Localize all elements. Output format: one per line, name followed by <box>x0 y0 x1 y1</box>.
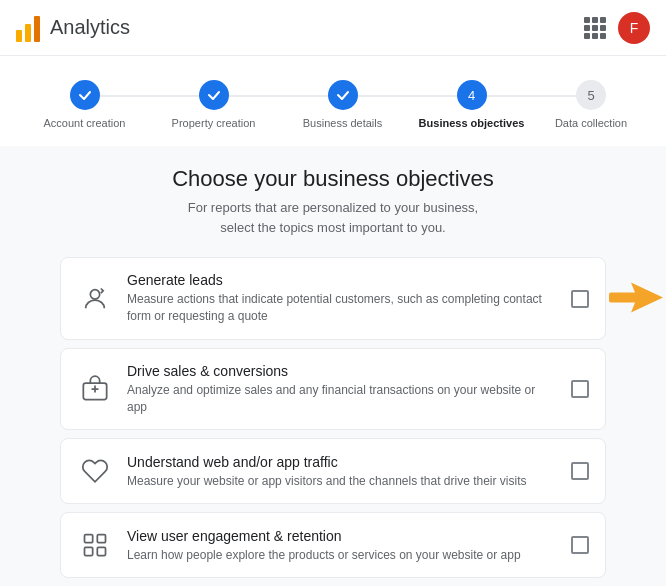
step-circle-4: 4 <box>457 80 487 110</box>
grid-dot <box>584 17 590 23</box>
analytics-logo <box>16 14 40 42</box>
objective-card-generate-leads[interactable]: Generate leads Measure actions that indi… <box>60 257 606 340</box>
step-data-collection: 5 Data collection <box>536 80 646 130</box>
app-title: Analytics <box>50 16 130 39</box>
drive-sales-checkbox[interactable] <box>571 380 589 398</box>
svg-rect-6 <box>97 548 105 556</box>
step-label-3: Business details <box>303 116 383 130</box>
svg-rect-4 <box>97 535 105 543</box>
step-circle-2 <box>199 80 229 110</box>
generate-leads-checkbox[interactable] <box>571 290 589 308</box>
objective-card-view-engagement[interactable]: View user engagement & retention Learn h… <box>60 512 606 578</box>
grid-dot <box>592 25 598 31</box>
grid-dot <box>600 25 606 31</box>
page-subtitle: For reports that are personalized to you… <box>60 198 606 237</box>
subtitle-line1: For reports that are personalized to you… <box>188 200 478 215</box>
svg-rect-1 <box>609 292 637 302</box>
svg-rect-5 <box>85 548 93 556</box>
generate-leads-text: Generate leads Measure actions that indi… <box>127 272 557 325</box>
header-left: Analytics <box>16 14 130 42</box>
step-circle-3 <box>328 80 358 110</box>
generate-leads-desc: Measure actions that indicate potential … <box>127 291 557 325</box>
grid-dot <box>592 33 598 39</box>
view-engagement-desc: Learn how people explore the products or… <box>127 547 557 564</box>
logo-bar3 <box>34 16 40 42</box>
apps-icon[interactable] <box>584 17 606 39</box>
step-label-5: Data collection <box>555 116 627 130</box>
drive-sales-icon <box>77 371 113 407</box>
arrow-icon <box>609 280 664 314</box>
step-business-details: Business details <box>278 80 407 130</box>
logo-bar1 <box>16 30 22 42</box>
understand-traffic-icon <box>77 453 113 489</box>
header: Analytics F <box>0 0 666 56</box>
generate-leads-title: Generate leads <box>127 272 557 288</box>
svg-rect-3 <box>85 535 93 543</box>
arrow-pointer <box>609 280 664 317</box>
grid-dot <box>584 33 590 39</box>
generate-leads-icon <box>77 281 113 317</box>
header-right: F <box>584 12 650 44</box>
drive-sales-title: Drive sales & conversions <box>127 363 557 379</box>
drive-sales-text: Drive sales & conversions Analyze and op… <box>127 363 557 416</box>
step-business-objectives: 4 Business objectives <box>407 80 536 130</box>
step-label-2: Property creation <box>172 116 256 130</box>
understand-traffic-text: Understand web and/or app traffic Measur… <box>127 454 557 490</box>
step-label-1: Account creation <box>44 116 126 130</box>
understand-traffic-checkbox[interactable] <box>571 462 589 480</box>
understand-traffic-title: Understand web and/or app traffic <box>127 454 557 470</box>
objective-card-drive-sales[interactable]: Drive sales & conversions Analyze and op… <box>60 348 606 431</box>
view-engagement-text: View user engagement & retention Learn h… <box>127 528 557 564</box>
understand-traffic-desc: Measure your website or app visitors and… <box>127 473 557 490</box>
main-content: Choose your business objectives For repo… <box>0 146 666 586</box>
drive-sales-desc: Analyze and optimize sales and any finan… <box>127 382 557 416</box>
grid-dot <box>600 33 606 39</box>
objective-list: Generate leads Measure actions that indi… <box>60 257 606 586</box>
objective-card-understand-traffic[interactable]: Understand web and/or app traffic Measur… <box>60 438 606 504</box>
view-engagement-title: View user engagement & retention <box>127 528 557 544</box>
grid-dot <box>592 17 598 23</box>
step-label-4: Business objectives <box>419 116 525 130</box>
subtitle-line2: select the topics most important to you. <box>220 220 445 235</box>
user-avatar[interactable]: F <box>618 12 650 44</box>
step-circle-1 <box>70 80 100 110</box>
grid-dot <box>584 25 590 31</box>
step-account-creation: Account creation <box>20 80 149 130</box>
step-property-creation: Property creation <box>149 80 278 130</box>
svg-point-0 <box>90 289 99 298</box>
view-engagement-checkbox[interactable] <box>571 536 589 554</box>
view-engagement-icon <box>77 527 113 563</box>
objective-card-wrapper-generate-leads: Generate leads Measure actions that indi… <box>60 257 606 340</box>
step-circle-5: 5 <box>576 80 606 110</box>
page-title: Choose your business objectives <box>60 166 606 192</box>
stepper: Account creation Property creation Busin… <box>0 56 666 146</box>
grid-dot <box>600 17 606 23</box>
logo-bar2 <box>25 24 31 42</box>
